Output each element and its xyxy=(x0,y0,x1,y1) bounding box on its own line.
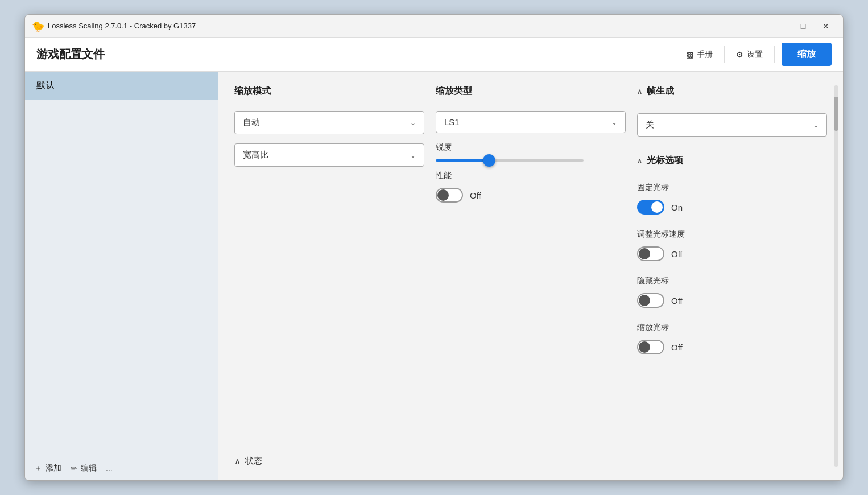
frame-gen-header[interactable]: ∧ 帧生成 xyxy=(637,85,827,97)
add-label: 添加 xyxy=(46,463,61,473)
scale-cursor-toggle[interactable] xyxy=(637,340,664,354)
performance-toggle-knob xyxy=(437,189,449,201)
pencil-icon: ✏ xyxy=(71,464,77,473)
scale-cursor-label: 缩放光标 xyxy=(637,323,827,333)
aspect-dropdown[interactable]: 宽高比 ⌄ xyxy=(234,143,424,167)
mode-dropdown-arrow: ⌄ xyxy=(410,119,416,127)
fix-cursor-toggle[interactable] xyxy=(637,200,664,214)
titlebar: 🐤 Lossless Scaling 2.7.0.1 - Cracked by … xyxy=(25,15,843,38)
maximize-button[interactable]: □ xyxy=(793,18,813,34)
edit-button[interactable]: ✏ 编辑 xyxy=(71,463,97,473)
manual-button[interactable]: ▩ 手册 xyxy=(677,45,722,64)
fix-cursor-value: On xyxy=(671,203,683,212)
add-button[interactable]: ＋ 添加 xyxy=(34,463,61,473)
fix-cursor-knob xyxy=(651,201,663,213)
sharpness-label: 锐度 xyxy=(436,142,626,152)
frame-gen-selected: 关 xyxy=(646,119,654,130)
cursor-options-chevron: ∧ xyxy=(637,157,642,165)
frame-gen-chevron: ∧ xyxy=(637,88,642,96)
mode-selected: 自动 xyxy=(243,117,260,128)
scrollbar[interactable] xyxy=(834,85,838,467)
hide-cursor-knob xyxy=(639,295,650,306)
adjust-speed-knob xyxy=(639,248,650,259)
scale-cursor-row: Off xyxy=(637,340,827,354)
manual-label: 手册 xyxy=(697,50,713,60)
divider-1 xyxy=(724,46,725,63)
app-title: 游戏配置文件 xyxy=(36,47,677,62)
minimize-button[interactable]: — xyxy=(770,18,791,34)
type-dropdown[interactable]: LS1 ⌄ xyxy=(436,111,626,133)
adjust-speed-value: Off xyxy=(671,249,683,259)
aspect-dropdown-arrow: ⌄ xyxy=(410,151,416,159)
settings-label: 设置 xyxy=(747,50,763,60)
sharpness-slider-container: 锐度 xyxy=(436,142,626,162)
performance-value: Off xyxy=(470,191,481,200)
performance-toggle[interactable] xyxy=(436,188,463,203)
performance-toggle-row: Off xyxy=(436,188,626,203)
scale-button[interactable]: 缩放 xyxy=(782,43,832,66)
right-section: ∧ 帧生成 关 ⌄ ∧ 光标选项 固定光标 xyxy=(637,85,827,467)
adjust-speed-toggle[interactable] xyxy=(637,246,664,261)
hide-cursor-value: Off xyxy=(671,296,683,306)
more-label: ... xyxy=(106,464,113,473)
three-cols: 缩放模式 自动 ⌄ 宽高比 ⌄ ∧ 状态 xyxy=(234,85,827,467)
scale-cursor-knob xyxy=(639,341,650,353)
performance-toggle-section: 性能 Off xyxy=(436,171,626,203)
hide-cursor-toggle[interactable] xyxy=(637,293,664,308)
sidebar-item-default[interactable]: 默认 xyxy=(25,72,218,100)
window-controls: — □ ✕ xyxy=(770,18,836,34)
fix-cursor-label: 固定光标 xyxy=(637,183,827,193)
cursor-options-title: 光标选项 xyxy=(647,155,683,167)
divider-2 xyxy=(774,46,775,63)
frame-gen-title: 帧生成 xyxy=(647,85,674,97)
scale-type-title: 缩放类型 xyxy=(436,85,626,97)
adjust-speed-section: 调整光标速度 Off xyxy=(637,229,827,261)
frame-gen-dropdown-arrow: ⌄ xyxy=(813,121,819,129)
content-area: 缩放模式 自动 ⌄ 宽高比 ⌄ ∧ 状态 xyxy=(218,72,843,480)
manual-icon: ▩ xyxy=(686,50,693,59)
hide-cursor-row: Off xyxy=(637,293,827,308)
settings-button[interactable]: ⚙ 设置 xyxy=(727,45,772,64)
mode-dropdown[interactable]: 自动 ⌄ xyxy=(234,111,424,134)
fix-cursor-section: 固定光标 On xyxy=(637,183,827,214)
header-actions: ▩ 手册 ⚙ 设置 缩放 xyxy=(677,43,832,66)
scale-mode-title: 缩放模式 xyxy=(234,85,424,97)
scrollbar-thumb[interactable] xyxy=(834,97,838,131)
scale-cursor-section: 缩放光标 Off xyxy=(637,323,827,354)
gear-icon: ⚙ xyxy=(736,50,743,59)
window-title: Lossless Scaling 2.7.0.1 - Cracked by G1… xyxy=(48,22,770,30)
sidebar-footer: ＋ 添加 ✏ 编辑 ... xyxy=(25,456,218,480)
sidebar: 默认 ＋ 添加 ✏ 编辑 ... xyxy=(25,72,218,480)
scale-mode-section: 缩放模式 自动 ⌄ 宽高比 ⌄ ∧ 状态 xyxy=(234,85,424,467)
status-chevron: ∧ xyxy=(234,456,241,467)
hide-cursor-label: 隐藏光标 xyxy=(637,276,827,286)
aspect-selected: 宽高比 xyxy=(243,150,268,160)
main-content: 默认 ＋ 添加 ✏ 编辑 ... 缩放模式 xyxy=(25,72,843,480)
type-dropdown-arrow: ⌄ xyxy=(611,118,617,126)
app-icon: 🐤 xyxy=(32,20,43,32)
performance-label: 性能 xyxy=(436,171,626,181)
type-selected: LS1 xyxy=(444,117,460,127)
cursor-options-header[interactable]: ∧ 光标选项 xyxy=(637,155,827,167)
frame-gen-dropdown[interactable]: 关 ⌄ xyxy=(637,113,827,137)
hide-cursor-section: 隐藏光标 Off xyxy=(637,276,827,308)
status-bar: ∧ 状态 xyxy=(234,449,424,467)
adjust-speed-label: 调整光标速度 xyxy=(637,229,827,240)
adjust-speed-row: Off xyxy=(637,246,827,261)
more-button[interactable]: ... xyxy=(106,464,113,473)
scale-type-section: 缩放类型 LS1 ⌄ 锐度 性能 xyxy=(436,85,626,467)
close-button[interactable]: ✕ xyxy=(816,18,836,34)
edit-label: 编辑 xyxy=(81,463,97,473)
app-header: 游戏配置文件 ▩ 手册 ⚙ 设置 缩放 xyxy=(25,38,843,72)
sharpness-slider[interactable] xyxy=(436,159,584,162)
fix-cursor-row: On xyxy=(637,200,827,214)
status-label: 状态 xyxy=(245,456,262,467)
app-window: 🐤 Lossless Scaling 2.7.0.1 - Cracked by … xyxy=(24,14,844,481)
plus-icon: ＋ xyxy=(34,463,42,473)
scale-cursor-value: Off xyxy=(671,343,683,352)
